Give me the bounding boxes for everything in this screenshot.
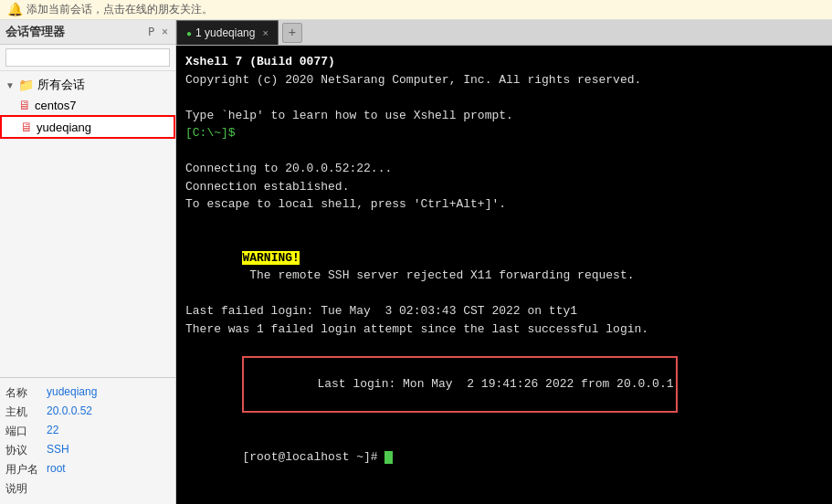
term-line-blank-3 <box>185 214 823 232</box>
add-tab-button[interactable]: + <box>282 23 302 43</box>
info-label-name: 名称 <box>5 385 47 401</box>
escape-text: To escape to local shell, press 'Ctrl+Al… <box>185 197 506 211</box>
term-line-last-login: Last login: Mon May 2 19:41:26 2022 from… <box>185 338 823 431</box>
search-input[interactable] <box>5 48 170 67</box>
term-line-prompt-local: [C:\~]$ <box>185 124 823 142</box>
copyright-text: Copyright (c) 2020 NetSarang Computer, I… <box>185 73 641 87</box>
term-line-escape: To escape to local shell, press 'Ctrl+Al… <box>185 195 823 214</box>
term-line-failed-attempts: There was 1 failed login attempt since t… <box>185 320 823 339</box>
tab-bar: ● 1 yudeqiang × + <box>176 20 832 46</box>
last-login-text: Last login: Mon May 2 19:41:26 2022 from… <box>317 377 673 391</box>
session-item-centos7[interactable]: 🖥 centos7 <box>0 95 175 115</box>
session-manager-sidebar: 会话管理器 𝖯 × ▼ 📁 所有会话 🖥 centos7 🖥 yudeqiang <box>0 20 176 504</box>
session-icon-centos7: 🖥 <box>18 98 31 112</box>
sidebar-title: 会话管理器 <box>5 24 65 40</box>
tree-root-label: 所有会话 <box>37 77 85 93</box>
notification-icon: 🔔 <box>7 2 23 17</box>
session-label-yudeqiang: yudeqiang <box>37 121 91 134</box>
info-row-username: 用户名 root <box>5 460 170 479</box>
sidebar-header: 会话管理器 𝖯 × <box>0 20 175 45</box>
tab-yudeqiang[interactable]: ● 1 yudeqiang × <box>176 20 279 45</box>
pin-button[interactable]: 𝖯 <box>146 26 156 38</box>
term-line-connecting: Connecting to 20.0.0.52:22... <box>185 160 823 178</box>
warning-text: The remote SSH server rejected X11 forwa… <box>242 268 634 282</box>
established-text: Connection established. <box>185 180 349 194</box>
remote-prompt-text: [root@localhost ~]# <box>242 450 384 464</box>
xshell-title: Xshell 7 (Build 0077) <box>185 55 335 68</box>
expand-icon: ▼ <box>5 80 15 90</box>
tab-session-icon: ● <box>186 28 192 38</box>
main-layout: 会话管理器 𝖯 × ▼ 📁 所有会话 🖥 centos7 🖥 yudeqiang <box>0 20 832 504</box>
info-row-protocol: 协议 SSH <box>5 441 170 460</box>
warning-badge: WARNING! <box>242 251 299 265</box>
info-value-host: 20.0.0.52 <box>47 404 170 420</box>
term-line-blank-2 <box>185 142 823 161</box>
term-line-1: Copyright (c) 2020 NetSarang Computer, I… <box>185 71 823 89</box>
info-row-host: 主机 20.0.0.52 <box>5 403 170 422</box>
info-value-port: 22 <box>47 424 170 439</box>
last-login-box: Last login: Mon May 2 19:41:26 2022 from… <box>242 356 677 414</box>
session-item-yudeqiang[interactable]: 🖥 yudeqiang <box>0 115 175 139</box>
sidebar-actions: 𝖯 × <box>146 26 170 38</box>
info-label-port: 端口 <box>5 424 47 439</box>
help-text: Type `help' to learn how to use Xshell p… <box>185 109 513 122</box>
terminal-cursor <box>384 451 393 464</box>
local-prompt: [C:\~]$ <box>185 126 236 140</box>
session-label-centos7: centos7 <box>35 99 77 112</box>
info-value-username: root <box>47 462 170 478</box>
info-value-protocol: SSH <box>47 443 170 458</box>
notification-text: 添加当前会话，点击在线的朋友关注。 <box>26 2 213 17</box>
tab-close-button[interactable]: × <box>262 27 268 38</box>
info-row-port: 端口 22 <box>5 422 170 441</box>
info-label-username: 用户名 <box>5 462 47 478</box>
session-info-panel: 名称 yudeqiang 主机 20.0.0.52 端口 22 协议 SSH 用… <box>0 377 175 504</box>
connecting-text: Connecting to 20.0.0.52:22... <box>185 162 392 175</box>
term-line-last-failed: Last failed login: Tue May 3 02:03:43 CS… <box>185 302 823 320</box>
info-row-name: 名称 yudeqiang <box>5 383 170 403</box>
info-value-description <box>47 481 170 497</box>
last-failed-text: Last failed login: Tue May 3 02:03:43 CS… <box>185 304 577 318</box>
tree-root-all-sessions[interactable]: ▼ 📁 所有会话 <box>0 75 175 95</box>
info-label-description: 说明 <box>5 481 47 497</box>
terminal-area: ● 1 yudeqiang × + Xshell 7 (Build 0077) … <box>176 20 832 504</box>
failed-attempts-text: There was 1 failed login attempt since t… <box>185 322 648 336</box>
info-label-host: 主机 <box>5 404 47 420</box>
info-value-name: yudeqiang <box>47 385 170 401</box>
sidebar-close-button[interactable]: × <box>160 26 170 38</box>
term-line-prompt-remote: [root@localhost ~]# <box>185 431 823 485</box>
term-line-blank-1 <box>185 89 823 107</box>
session-tree: ▼ 📁 所有会话 🖥 centos7 🖥 yudeqiang <box>0 71 175 377</box>
term-line-established: Connection established. <box>185 178 823 196</box>
top-notification-bar: 🔔 添加当前会话，点击在线的朋友关注。 <box>0 0 832 20</box>
info-row-description: 说明 <box>5 479 170 499</box>
folder-icon: 📁 <box>18 78 34 92</box>
term-line-warning: WARNING! The remote SSH server rejected … <box>185 231 823 302</box>
sidebar-search-area <box>0 45 175 71</box>
session-icon-yudeqiang: 🖥 <box>20 120 33 134</box>
term-line-2: Type `help' to learn how to use Xshell p… <box>185 107 823 125</box>
term-line-0: Xshell 7 (Build 0077) <box>185 53 823 71</box>
tab-label: 1 yudeqiang <box>195 26 255 39</box>
info-label-protocol: 协议 <box>5 443 47 458</box>
terminal-content[interactable]: Xshell 7 (Build 0077) Copyright (c) 2020… <box>176 46 832 504</box>
